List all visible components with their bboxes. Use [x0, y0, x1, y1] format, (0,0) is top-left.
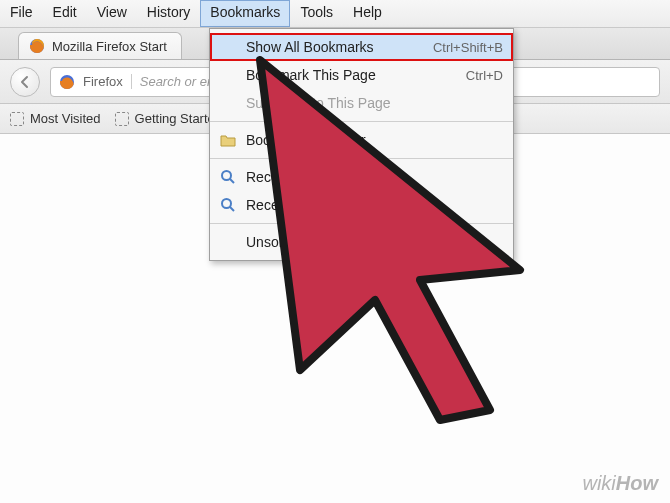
search-icon	[218, 169, 238, 185]
watermark-wiki: wiki	[582, 472, 615, 494]
bookmarks-menu-dropdown: Show All Bookmarks Ctrl+Shift+B Bookmark…	[209, 28, 514, 261]
folder-icon	[218, 133, 238, 147]
menu-item-label: Subscribe to This Page	[246, 95, 503, 111]
menu-item-show-all-bookmarks[interactable]: Show All Bookmarks Ctrl+Shift+B	[210, 33, 513, 61]
menu-view[interactable]: View	[87, 0, 137, 27]
menu-item-label: Recent Tags	[246, 197, 503, 213]
menu-item-label: Show All Bookmarks	[246, 39, 425, 55]
menu-item-label: Bookmarks Toolbar	[246, 132, 503, 148]
menu-history[interactable]: History	[137, 0, 201, 27]
browser-tab[interactable]: Mozilla Firefox Start	[18, 32, 182, 59]
identity-label: Firefox	[83, 74, 132, 89]
svg-point-4	[222, 199, 231, 208]
menu-tools[interactable]: Tools	[290, 0, 343, 27]
svg-line-5	[230, 207, 234, 211]
menu-item-recent-tags[interactable]: Recent Tags	[210, 191, 513, 219]
bookmark-label: Most Visited	[30, 111, 101, 126]
menu-file[interactable]: File	[0, 0, 43, 27]
svg-point-2	[222, 171, 231, 180]
back-button[interactable]	[10, 67, 40, 97]
menu-separator	[210, 158, 513, 159]
menu-item-shortcut: Ctrl+Shift+B	[433, 40, 503, 55]
menu-item-bookmark-this-page[interactable]: Bookmark This Page Ctrl+D	[210, 61, 513, 89]
firefox-icon	[29, 38, 45, 54]
menu-edit[interactable]: Edit	[43, 0, 87, 27]
menu-item-bookmarks-toolbar[interactable]: Bookmarks Toolbar	[210, 126, 513, 154]
menu-item-unsorted-bookmarks[interactable]: Unsorted Bookmarks	[210, 228, 513, 256]
menu-bookmarks[interactable]: Bookmarks	[200, 0, 290, 27]
menu-bar: File Edit View History Bookmarks Tools H…	[0, 0, 670, 28]
menu-item-label: Recently Bookmarked	[246, 169, 503, 185]
back-arrow-icon	[18, 75, 32, 89]
menu-item-shortcut: Ctrl+D	[466, 68, 503, 83]
menu-item-label: Unsorted Bookmarks	[246, 234, 503, 250]
svg-line-3	[230, 179, 234, 183]
watermark-how: How	[616, 472, 658, 494]
menu-item-recently-bookmarked[interactable]: Recently Bookmarked	[210, 163, 513, 191]
menu-separator	[210, 121, 513, 122]
menu-item-label: Bookmark This Page	[246, 67, 458, 83]
bookmark-getting-started[interactable]: Getting Started	[115, 111, 222, 126]
menu-help[interactable]: Help	[343, 0, 392, 27]
wikihow-watermark: wikiHow	[582, 472, 658, 495]
bookmark-most-visited[interactable]: Most Visited	[10, 111, 101, 126]
menu-separator	[210, 223, 513, 224]
tab-title: Mozilla Firefox Start	[52, 39, 167, 54]
menu-item-subscribe: Subscribe to This Page	[210, 89, 513, 117]
firefox-icon	[59, 74, 75, 90]
placeholder-icon	[10, 112, 24, 126]
placeholder-icon	[115, 112, 129, 126]
search-icon	[218, 197, 238, 213]
